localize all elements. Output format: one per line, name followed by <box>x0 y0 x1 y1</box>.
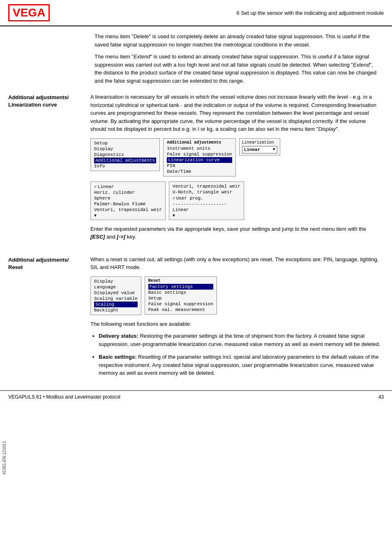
linearization-screenshots-row2: Linear Horiz. cylinder Sphere Palmer-Bow… <box>90 181 382 220</box>
menu-item-pin: PIN <box>167 163 232 169</box>
menu-item-date-time: Date/Time <box>167 169 232 174</box>
reset-factory-settings: Factory settings <box>148 284 213 290</box>
menu-box-linearization-types: Linear Horiz. cylinder Sphere Palmer-Bow… <box>90 181 166 220</box>
reset-following-text: The following reset functions are availa… <box>90 320 382 328</box>
arrow-key: [->] <box>117 234 125 240</box>
linearization-content: A linearisation is necessary for all ves… <box>90 93 382 245</box>
menu-item-linearization-curve: Linearization curve <box>167 157 232 163</box>
reset-false-signal: False signal suppression <box>148 301 213 307</box>
reset-basic-settings: Basic settings <box>148 290 213 295</box>
menu-item-sphere: Sphere <box>94 195 162 201</box>
enter-text-between: and <box>105 234 117 240</box>
menu-item-instrument-units: Instrument units <box>167 146 232 151</box>
enter-params-text: Enter the requested parameters via the a… <box>90 225 382 241</box>
menu-item-user-prog: User prog. <box>173 195 240 201</box>
esc-key: [ESC] <box>90 234 105 240</box>
linearization-desc-text: A linearisation is necessary for all ves… <box>90 94 376 132</box>
reset-label: Additional adjustments/ Reset <box>8 256 84 271</box>
enter-text-after: key. <box>125 234 136 240</box>
dropdown-selected-value[interactable]: Linear ▼ <box>242 146 277 153</box>
menu-item-info: Info <box>94 163 156 169</box>
linearization-label: Additional adjustments/ Linearization cu… <box>8 94 84 109</box>
reset-bullet-list: Delivery status: Restoring the parameter… <box>90 332 382 377</box>
additional-adjustments-header: Additional adjustments <box>167 140 232 145</box>
menu-box-reset-options: Reset Factory settings Basic settings Se… <box>145 276 217 315</box>
chevron-down-icon: ▼ <box>273 147 275 152</box>
menu-box-setup: Setup Display Diagnostics Additional adj… <box>90 138 160 171</box>
reset-options-header: Reset <box>148 278 213 283</box>
bullet-delivery-status: Delivery status: Restoring the parameter… <box>99 332 382 348</box>
basic-settings-bold: Basic settings: <box>99 354 136 360</box>
menu-item-false-signal: False signal suppression <box>167 151 232 157</box>
menu-item-diagnostics: Diagnostics <box>94 152 156 158</box>
menu-item-venturi-trap-2: Venturi, trapezoidal weir <box>173 183 240 189</box>
scroll-indicator-2: ▼ <box>173 213 240 218</box>
intro-p1-text1: The menu item "Delete" is used to comple… <box>95 33 369 48</box>
menu-item-separator: -------------------- <box>173 201 240 207</box>
reset-menu-scaling-variable: Scaling variable <box>94 296 138 302</box>
reset-desc-text: When a reset is carried out, all setting… <box>90 256 378 271</box>
dropdown-value-text: Linear <box>244 147 261 152</box>
menu-item-horiz-cylinder: Horiz. cylinder <box>94 190 162 195</box>
scroll-indicator: ▼ <box>94 213 162 218</box>
intro-p2-text: The menu item "Extend" is used to extend… <box>95 53 376 84</box>
menu-item-palmer-bowlus: Palmer-Bowlus Flume <box>94 201 162 207</box>
display-italic: Display <box>318 126 336 132</box>
linearization-sidebar: Additional adjustments/ Linearization cu… <box>8 93 90 245</box>
reset-menu-scaling: Scaling <box>94 302 138 307</box>
page-footer: VEGAPULS 61 • Modbus and Levelmaster pro… <box>0 390 392 403</box>
linearization-description: A linearisation is necessary for all ves… <box>90 93 382 133</box>
reset-menu-display: Display <box>94 278 138 284</box>
menu-item-linear: Linear <box>94 183 162 190</box>
basic-settings-text: Resetting of the parameter settings incl… <box>99 354 378 376</box>
vertical-label: 41361-EN-121011 <box>2 441 7 475</box>
extend-italic-1: Extend <box>134 53 150 60</box>
menu-item-u-notch: U-Notch, triangle weir <box>173 189 240 195</box>
reset-screenshots: Display Language Displayed value Scaling… <box>90 276 382 315</box>
reset-sidebar: Additional adjustments/ Reset <box>8 255 90 382</box>
delete-italic: Delete <box>134 33 149 39</box>
linearization-screenshots-row1: Setup Display Diagnostics Additional adj… <box>90 138 382 176</box>
menu-item-venturi-trap: Venturi, trapezoidal weir <box>94 207 162 213</box>
reset-content: When a reset is carried out, all setting… <box>90 255 382 382</box>
header-title: 6 Set up the sensor with the indicating … <box>237 10 384 16</box>
extend-italic-2: Extend <box>353 62 369 68</box>
footer-left: VEGAPULS 61 • Modbus and Levelmaster pro… <box>8 394 120 400</box>
reset-menu-displayed-value: Displayed value <box>94 290 138 296</box>
intro-paragraph-1: The menu item "Delete" is used to comple… <box>95 32 382 49</box>
intro-section: The menu item "Delete" is used to comple… <box>0 26 392 91</box>
linearization-section: Additional adjustments/ Linearization cu… <box>0 91 392 247</box>
enter-text-before: Enter the requested parameters via the a… <box>90 226 366 232</box>
menu-item-linear-2: Linear <box>173 207 240 213</box>
menu-box-additional: Additional adjustments Instrument units … <box>163 138 235 176</box>
menu-box-display: Display Language Displayed value Scaling… <box>90 276 141 315</box>
reset-section: Additional adjustments/ Reset When a res… <box>0 253 392 384</box>
dropdown-linearization[interactable]: Linearization Linear ▼ <box>239 138 280 155</box>
reset-description: When a reset is carried out, all setting… <box>90 255 382 272</box>
menu-box-linearization-types-2: Venturi, trapezoidal weir U-Notch, trian… <box>169 181 244 220</box>
menu-item-display: Display <box>94 146 156 152</box>
reset-menu-language: Language <box>94 284 138 290</box>
footer-right: 43 <box>378 394 384 400</box>
reset-setup: Setup <box>148 295 213 301</box>
logo: VEGA <box>8 4 50 21</box>
page-header: VEGA 6 Set up the sensor with the indica… <box>0 0 392 26</box>
intro-paragraph-2: The menu item "Extend" is used to extend… <box>95 53 382 85</box>
delivery-status-text: Restoring the parameter settings at the … <box>99 333 380 347</box>
delivery-status-bold: Delivery status: <box>99 333 138 339</box>
menu-item-setup: Setup <box>94 140 156 146</box>
dropdown-label: Linearization <box>242 140 277 145</box>
menu-item-additional-adjustments: Additional adjustments <box>94 158 156 163</box>
reset-peak-val: Peak val. measurement <box>148 307 213 313</box>
reset-menu-backlight: Backlight <box>94 307 138 313</box>
bullet-basic-settings: Basic settings: Resetting of the paramet… <box>99 353 382 377</box>
